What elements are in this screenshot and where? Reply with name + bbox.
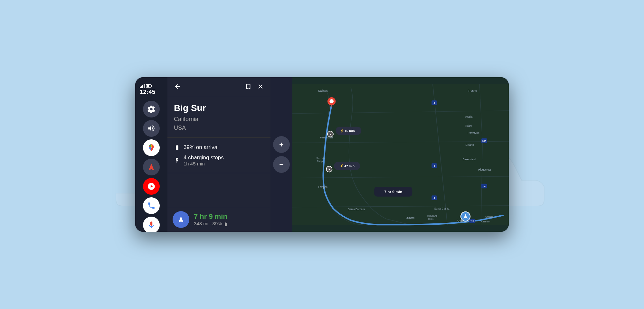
- destination-state: California: [174, 115, 264, 124]
- settings-button[interactable]: [143, 101, 160, 117]
- svg-text:5: 5: [433, 164, 435, 167]
- svg-text:Tulare: Tulare: [465, 125, 472, 127]
- svg-point-46: [329, 99, 334, 103]
- panel-header-actions: [245, 83, 264, 90]
- status-bar: 12:45: [135, 81, 167, 98]
- svg-text:Visalia: Visalia: [465, 116, 473, 118]
- svg-text:Fresno: Fresno: [468, 89, 477, 92]
- svg-text:Santa Clarita: Santa Clarita: [434, 207, 450, 210]
- panel-header: [167, 77, 270, 96]
- bookmark-button[interactable]: [245, 83, 252, 90]
- close-button[interactable]: [257, 83, 264, 90]
- svg-text:Delano: Delano: [466, 144, 474, 146]
- svg-text:Santa Barbara: Santa Barbara: [348, 208, 365, 211]
- youtube-music-button[interactable]: [143, 178, 160, 195]
- charging-stat-text: 4 charging stops 1h 45 min: [184, 154, 224, 166]
- battery-icon: [174, 145, 180, 150]
- volume-button[interactable]: [143, 120, 160, 137]
- route-summary: 7 hr 9 min 348 mi · 39%: [167, 207, 270, 232]
- svg-text:Salinas: Salinas: [318, 89, 328, 92]
- sidebar: 12:45: [135, 77, 167, 232]
- map-area: Fresno Salinas Visalia Tulare Portervill…: [292, 77, 509, 232]
- clock: 12:45: [140, 89, 156, 96]
- svg-text:⚡ 15 min: ⚡ 15 min: [340, 129, 355, 133]
- svg-text:395: 395: [482, 185, 486, 188]
- maps-button[interactable]: [143, 139, 160, 156]
- signal-icon: [140, 84, 145, 88]
- zoom-out-button[interactable]: −: [273, 156, 290, 173]
- battery-stat-text: 39% on arrival: [184, 144, 219, 151]
- route-info: 7 hr 9 min 348 mi · 39%: [194, 212, 228, 226]
- svg-text:●: ●: [330, 133, 331, 136]
- start-navigation-button[interactable]: [173, 211, 189, 228]
- svg-text:7 hr 9 min: 7 hr 9 min: [384, 190, 402, 194]
- svg-text:Obispo: Obispo: [317, 160, 324, 163]
- zoom-in-button[interactable]: +: [273, 136, 290, 153]
- battery-status-icon: [146, 84, 151, 88]
- back-button[interactable]: [174, 83, 181, 90]
- svg-text:Ridgecrest: Ridgecrest: [478, 168, 491, 171]
- status-icons: [140, 84, 151, 88]
- phone-button[interactable]: [143, 197, 160, 214]
- android-auto-unit: 12:45: [135, 77, 509, 232]
- svg-text:Thousand: Thousand: [427, 214, 437, 217]
- svg-text:Bakersfield: Bakersfield: [463, 158, 476, 161]
- svg-text:⚡ 47 min: ⚡ 47 min: [340, 164, 355, 168]
- microphone-button[interactable]: [143, 217, 160, 232]
- info-panel: Big Sur California USA 39% on arrival: [167, 77, 270, 232]
- svg-text:Ontario: Ontario: [485, 215, 493, 218]
- charging-icon: [174, 157, 180, 163]
- battery-stat: 39% on arrival: [174, 142, 264, 153]
- svg-text:5: 5: [433, 102, 435, 105]
- destination-info: Big Sur California USA: [167, 96, 270, 138]
- svg-text:●: ●: [328, 168, 330, 171]
- svg-text:395: 395: [482, 140, 486, 143]
- route-details: 348 mi · 39%: [194, 221, 228, 226]
- svg-text:5: 5: [433, 197, 435, 200]
- svg-text:Porterville: Porterville: [468, 132, 480, 135]
- svg-text:710: 710: [470, 220, 474, 222]
- route-time: 7 hr 9 min: [194, 212, 228, 221]
- destination-name: Big Sur: [174, 103, 264, 114]
- zoom-controls: + −: [270, 77, 292, 232]
- svg-text:Anaheim: Anaheim: [481, 220, 490, 223]
- navigation-button[interactable]: [143, 159, 160, 175]
- charging-stat: 4 charging stops 1h 45 min: [174, 153, 264, 168]
- route-stats: 39% on arrival 4 charging stops 1h 45 mi…: [167, 138, 270, 173]
- svg-text:Oaks: Oaks: [428, 218, 433, 220]
- svg-text:Oxnard: Oxnard: [406, 217, 414, 220]
- destination-country: USA: [174, 124, 264, 132]
- svg-text:Lompoc: Lompoc: [318, 186, 327, 189]
- svg-text:San Luis: San Luis: [316, 157, 325, 159]
